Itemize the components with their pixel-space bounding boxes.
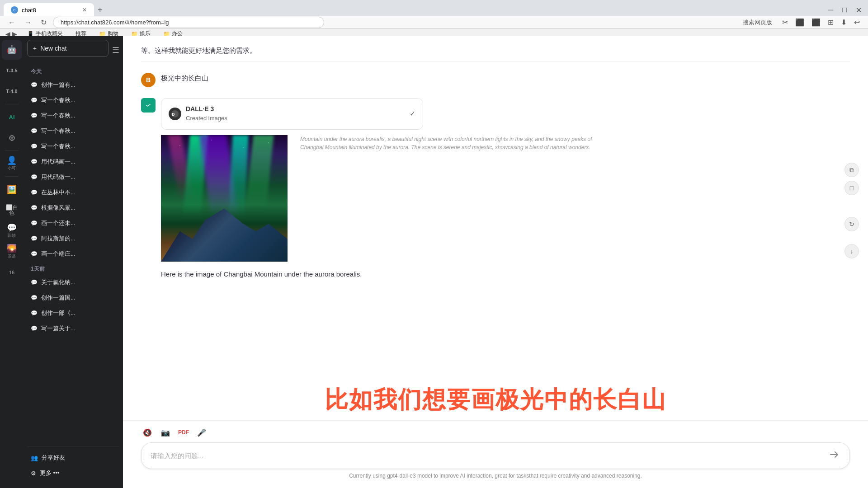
list-item[interactable]: 💬 阿拉斯加的... ✏ ⬆ 🗑 — [27, 231, 119, 246]
list-item[interactable]: 💬 关于氟化钠... ✏ ⬆ 🗑 — [27, 275, 119, 290]
nav-plus-icon[interactable]: ⊕ — [2, 128, 22, 148]
ext-btn-1[interactable]: ✂ — [779, 16, 791, 28]
list-item[interactable]: 💬 在丛林中不... ✏ ⬆ 🗑 — [27, 185, 119, 200]
nav-divider-2 — [5, 150, 19, 151]
nav-divider-3 — [5, 176, 19, 177]
list-item[interactable]: 💬 创作一篇国... ✏ ⬆ 🗑 — [27, 290, 119, 305]
assistant-message-content: D DALL·E 3 Created images ✓ — [161, 98, 850, 280]
chat-item-label: 写一个春秋... — [41, 112, 116, 120]
chat-item-label: 写一个春秋... — [41, 127, 116, 135]
input-footer-text: Currently using gpt4-dall-e3 model to im… — [141, 473, 850, 479]
input-toolbar: 🔇 📷 PDF 🎤 — [141, 426, 850, 439]
ext-btn-3[interactable]: ⬛ — [809, 16, 823, 28]
chat-item-label: 关于氟化钠... — [41, 278, 116, 286]
sidebar-toggle-btn[interactable]: ☰ — [112, 45, 119, 55]
tab-close-btn[interactable]: ✕ — [82, 7, 87, 13]
user-message: B 极光中的长白山 — [141, 73, 850, 87]
camera-icon[interactable]: 📷 — [159, 426, 172, 439]
chat-bubble-icon: 💬 — [31, 235, 38, 242]
input-box — [141, 442, 850, 469]
minimize-btn[interactable]: ─ — [826, 4, 836, 16]
search-label: 搜索网页版 — [743, 19, 772, 27]
app-container: 🤖 T-3.5 T-4.0 AI ⊕ 👤 小可 🖼️ ⬜白色 💬 回馈 — [0, 36, 868, 488]
nav-divider-1 — [5, 104, 19, 104]
copy-btn[interactable]: ⧉ — [844, 163, 859, 177]
landscape-label: 景是 — [8, 253, 16, 259]
pdf-icon[interactable]: PDF — [177, 426, 190, 439]
chat-item-label: 画一个还未... — [41, 219, 116, 227]
nav-version-35[interactable]: T-3.5 — [2, 61, 22, 80]
maximize-btn[interactable]: □ — [840, 4, 849, 16]
nav-landscape-icon[interactable]: 🌄 景是 — [2, 242, 22, 262]
nav-chat-icon[interactable]: 🤖 — [2, 40, 22, 60]
ext-btn-2[interactable]: ⬛ — [793, 16, 807, 28]
nav-version-40[interactable]: T-4.0 — [2, 81, 22, 101]
aurora-borealis-image[interactable] — [161, 135, 288, 262]
list-item[interactable]: 💬 创作一部《... ✏ ⬆ 🗑 — [27, 305, 119, 321]
chat-bubble-icon: 💬 — [31, 295, 38, 301]
more-label: 更多 ••• — [40, 469, 59, 477]
active-tab[interactable]: C chat8 ✕ — [4, 3, 94, 17]
image-description-text: Mountain under the aurora borealis, a be… — [300, 135, 617, 151]
nav-white-icon[interactable]: ⬜白色 — [2, 200, 22, 220]
nav-ai-icon[interactable]: AI — [2, 107, 22, 127]
list-item[interactable]: 💬 写一个春秋... ✏ ⬆ 🗑 — [27, 139, 119, 154]
reload-btn[interactable]: ↻ — [38, 16, 49, 28]
refresh-btn[interactable]: ↻ — [844, 217, 859, 231]
chat-bubble-icon: 💬 — [31, 310, 38, 316]
list-item[interactable]: 💬 用代码画一... ✏ ⬆ 🗑 — [27, 154, 119, 169]
share-friend-btn[interactable]: 👥 分享好友 — [27, 450, 119, 465]
list-item[interactable]: 💬 画一个端庄... ✏ ⬆ 🗑 — [27, 246, 119, 262]
ext-btn-6[interactable]: ↩ — [851, 16, 863, 28]
reply-text: Here is the image of Changbai Mountain u… — [161, 270, 362, 278]
ext-btn-4[interactable]: ⊞ — [825, 16, 836, 28]
back-btn[interactable]: ← — [5, 17, 18, 28]
chat-item-label: 在丛林中不... — [41, 188, 116, 197]
chat-input[interactable] — [151, 452, 828, 460]
chat-item-label: 阿拉斯加的... — [41, 235, 116, 243]
nav-16-icon[interactable]: 16 — [2, 263, 22, 282]
list-item[interactable]: 💬 写一篇关于... ✏ ⬆ 🗑 — [27, 321, 119, 336]
tab-bar: C chat8 ✕ + ─ □ ✕ — [0, 0, 868, 16]
list-item[interactable]: 💬 写一个春秋... ✏ ⬆ 🗑 — [27, 123, 119, 139]
list-item[interactable]: 💬 根据像风景... ✏ ⬆ 🗑 — [27, 200, 119, 216]
nav-image-icon[interactable]: 🖼️ — [2, 179, 22, 199]
mute-icon[interactable]: 🔇 — [141, 426, 154, 439]
send-button[interactable] — [828, 448, 840, 463]
chat-item-label: 用代码做一... — [41, 173, 116, 181]
mic-icon[interactable]: 🎤 — [195, 426, 208, 439]
share-friend-label: 分享好友 — [42, 454, 65, 462]
download-btn[interactable]: ↓ — [844, 244, 859, 258]
feedback-icon: 💬 — [7, 224, 17, 232]
ext-btn-5[interactable]: ⬇ — [838, 16, 849, 28]
save-btn[interactable]: □ — [844, 181, 859, 195]
list-item[interactable]: 💬 用代码做一... ✏ ⬆ 🗑 — [27, 169, 119, 185]
address-bar[interactable] — [53, 17, 324, 28]
chat-robot-icon: 🤖 — [7, 46, 17, 54]
new-tab-btn[interactable]: + — [96, 4, 104, 17]
chat-messages: 等。这样我就能更好地满足您的需求。 B 极光中的长白山 — [123, 36, 868, 420]
more-btn[interactable]: ⚙ 更多 ••• — [27, 465, 119, 481]
chat-item-label: 写一个春秋... — [41, 96, 116, 104]
chat-bubble-icon: 💬 — [31, 143, 38, 150]
list-item[interactable]: 💬 写一个春秋... ✏ ⬆ 🗑 — [27, 93, 119, 108]
chat-item-label: 创作一篇国... — [41, 294, 116, 302]
aurora-beam-5 — [245, 135, 274, 209]
forward-btn[interactable]: → — [22, 17, 34, 28]
nav-feedback-icon[interactable]: 💬 回馈 — [2, 221, 22, 241]
close-btn[interactable]: ✕ — [853, 4, 864, 16]
assistant-message: D DALL·E 3 Created images ✓ — [141, 98, 850, 280]
nav-user-icon[interactable]: 👤 小可 — [2, 154, 22, 174]
svg-text:C: C — [13, 9, 15, 12]
new-chat-btn[interactable]: + New chat — [27, 40, 108, 57]
list-item[interactable]: 💬 画一个还未... ✏ ⬆ 🗑 — [27, 216, 119, 231]
chat-bubble-icon: 💬 — [31, 251, 38, 257]
list-item[interactable]: 💬 写一个春秋... ✏ ⬆ 🗑 — [27, 108, 119, 123]
today-label: 今天 — [27, 64, 119, 77]
user-label: 小可 — [8, 165, 16, 171]
nav-bar: ← → ↻ 搜索网页版 ✂ ⬛ ⬛ ⊞ ⬇ ↩ — [0, 16, 868, 29]
ai-icon: AI — [9, 114, 15, 120]
list-item[interactable]: 💬 创作一篇有... ✏ ⬆ 🗑 — [27, 77, 119, 93]
yesterday-label: 1天前 — [27, 262, 119, 275]
user-circle-icon: 👤 — [7, 156, 17, 164]
